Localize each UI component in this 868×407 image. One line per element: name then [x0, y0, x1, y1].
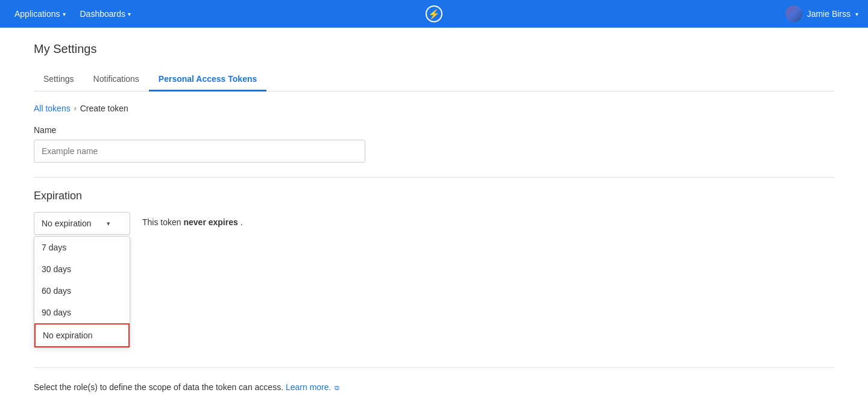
expiration-note-prefix: This token: [142, 217, 181, 227]
table-cell-full-access: Full access to Application data.: [34, 402, 834, 407]
nav-left: Applications ▾ Dashboards ▾: [10, 0, 136, 28]
breadcrumb-all-tokens[interactable]: All tokens: [34, 104, 71, 113]
expiration-note-suffix: .: [241, 217, 243, 227]
expiration-title: Expiration: [34, 190, 834, 202]
nav-center-logo: ⚡: [426, 5, 442, 22]
applications-nav[interactable]: Applications ▾: [10, 0, 71, 28]
name-label: Name: [34, 125, 834, 135]
user-menu-chevron-icon: ▾: [855, 11, 858, 17]
top-navigation: Applications ▾ Dashboards ▾ ⚡ Jamie Birs…: [0, 0, 868, 28]
learn-more-link[interactable]: Learn more. ⧉: [286, 382, 339, 392]
roles-section: Select the role(s) to define the scope o…: [34, 382, 834, 407]
user-menu[interactable]: Jamie Birss ▾: [785, 5, 858, 22]
dropdown-item-90days[interactable]: 90 days: [34, 302, 130, 323]
tab-settings[interactable]: Settings: [34, 68, 84, 92]
avatar: [785, 5, 802, 22]
roles-description-prefix: Select the role(s) to define the scope: [34, 382, 171, 392]
name-section: Name: [34, 125, 834, 163]
name-input[interactable]: [34, 140, 365, 163]
page-title: My Settings: [34, 42, 834, 56]
roles-description-mid: of data the token can access.: [174, 382, 283, 392]
expiration-selected-value: No expiration: [42, 219, 92, 228]
expiration-row: No expiration ▾ 7 days 30 days 60 days 9…: [34, 212, 834, 235]
tab-personal-access-tokens[interactable]: Personal Access Tokens: [149, 68, 266, 92]
dropdown-item-7days[interactable]: 7 days: [34, 237, 130, 258]
expiration-select-wrapper: No expiration ▾ 7 days 30 days 60 days 9…: [34, 212, 130, 235]
dropdown-item-no-expiration[interactable]: No expiration: [34, 323, 130, 347]
dropdown-item-60days[interactable]: 60 days: [34, 280, 130, 302]
dashboards-label: Dashboards: [80, 9, 126, 19]
breadcrumb: All tokens › Create token: [34, 104, 834, 113]
tabs-container: Settings Notifications Personal Access T…: [34, 68, 834, 92]
dashboards-nav[interactable]: Dashboards ▾: [75, 0, 136, 28]
tab-notifications[interactable]: Notifications: [84, 68, 149, 92]
divider-2: [34, 367, 834, 368]
applications-label: Applications: [14, 9, 60, 19]
table-row: Full access to Application data.: [34, 402, 834, 407]
roles-table: Full access to Application data. Read Ap…: [34, 402, 834, 407]
external-link-icon: ⧉: [335, 384, 339, 391]
expiration-select-chevron-icon: ▾: [107, 220, 110, 228]
expiration-dropdown: 7 days 30 days 60 days 90 days No expira…: [34, 236, 130, 348]
roles-description: Select the role(s) to define the scope o…: [34, 382, 834, 392]
breadcrumb-separator: ›: [74, 104, 77, 113]
user-name-label: Jamie Birss: [807, 9, 851, 19]
expiration-select[interactable]: No expiration ▾: [34, 212, 130, 235]
expiration-note-bold: never expires: [183, 217, 237, 227]
divider-1: [34, 177, 834, 178]
lightning-icon: ⚡: [426, 5, 442, 22]
learn-more-label: Learn more.: [286, 382, 331, 392]
expiration-note: This token never expires .: [142, 212, 243, 227]
avatar-image: [785, 5, 802, 22]
applications-chevron-icon: ▾: [63, 11, 66, 17]
expiration-section: Expiration No expiration ▾ 7 days 30 day…: [34, 190, 834, 235]
dashboards-chevron-icon: ▾: [128, 11, 131, 17]
dropdown-item-30days[interactable]: 30 days: [34, 258, 130, 280]
breadcrumb-current: Create token: [80, 104, 128, 113]
page-content: My Settings Settings Notifications Perso…: [0, 28, 868, 407]
